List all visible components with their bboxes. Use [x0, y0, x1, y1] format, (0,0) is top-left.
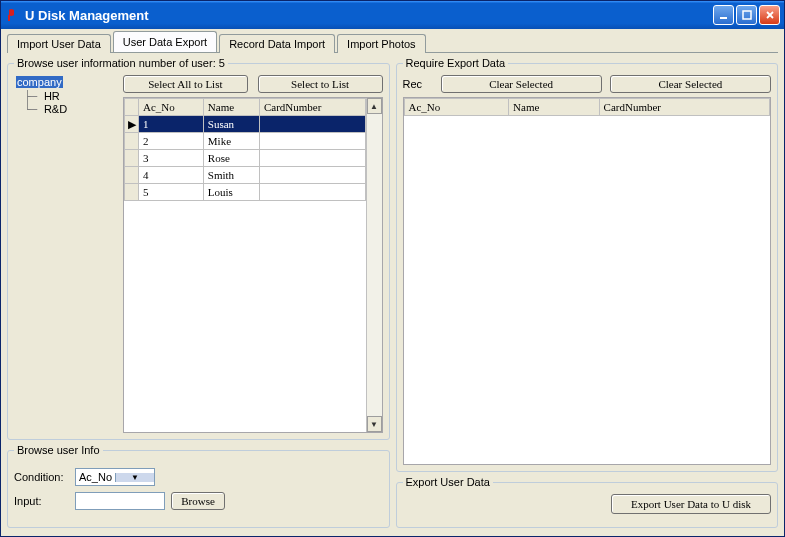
input-label: Input:	[14, 495, 69, 507]
table-row[interactable]: 2 Mike	[125, 133, 366, 150]
browse-user-info-group: Browse user Info Condition: Ac_No ▼ Inpu…	[7, 444, 390, 528]
tree-root[interactable]: company	[16, 75, 117, 90]
rec-label: Rec	[403, 78, 433, 90]
minimize-button[interactable]	[713, 5, 734, 25]
app-icon	[5, 7, 21, 23]
tab-record-data-import[interactable]: Record Data Import	[219, 34, 335, 53]
scroll-up-icon[interactable]: ▲	[367, 98, 382, 114]
row-header-corner	[125, 99, 139, 116]
clear-selected-button-2[interactable]: Clear Selected	[610, 75, 771, 93]
input-field[interactable]	[75, 492, 165, 510]
exp-col-cardnumber[interactable]: CardNumber	[599, 99, 769, 116]
table-row[interactable]: ▶ 1 Susan	[125, 116, 366, 133]
col-name[interactable]: Name	[203, 99, 259, 116]
chevron-down-icon[interactable]: ▼	[115, 473, 154, 482]
condition-combo[interactable]: Ac_No ▼	[75, 468, 155, 486]
require-export-legend: Require Export Data	[403, 57, 509, 69]
company-tree[interactable]: company ├─ HR └─ R&D	[14, 75, 119, 433]
select-all-to-list-button[interactable]: Select All to List	[123, 75, 248, 93]
browse-user-information-group: Browse user information number of user: …	[7, 57, 390, 440]
col-cardnumber[interactable]: CardNumber	[259, 99, 365, 116]
scroll-down-icon[interactable]: ▼	[367, 416, 382, 432]
browse-group-legend: Browse user information number of user: …	[14, 57, 228, 69]
select-to-list-button[interactable]: Select to List	[258, 75, 383, 93]
export-user-data-button[interactable]: Export User Data to U disk	[611, 494, 771, 514]
close-button[interactable]	[759, 5, 780, 25]
export-user-data-group: Export User Data Export User Data to U d…	[396, 476, 779, 528]
tree-item-hr[interactable]: ├─ HR	[24, 90, 117, 103]
grid-scrollbar[interactable]: ▲ ▼	[366, 98, 382, 432]
exp-col-name[interactable]: Name	[509, 99, 599, 116]
exp-col-acno[interactable]: Ac_No	[404, 99, 509, 116]
export-user-legend: Export User Data	[403, 476, 493, 488]
svg-rect-2	[743, 11, 751, 19]
require-export-data-group: Require Export Data Rec Clear Selected C…	[396, 57, 779, 472]
table-row[interactable]: 3 Rose	[125, 150, 366, 167]
clear-selected-button-1[interactable]: Clear Selected	[441, 75, 602, 93]
tab-import-user-data[interactable]: Import User Data	[7, 34, 111, 53]
svg-rect-0	[8, 15, 10, 21]
condition-label: Condition:	[14, 471, 69, 483]
export-grid[interactable]: Ac_No Name CardNumber	[403, 97, 772, 465]
row-indicator-icon: ▶	[125, 116, 139, 133]
table-row[interactable]: 4 Smith	[125, 167, 366, 184]
maximize-button[interactable]	[736, 5, 757, 25]
tree-item-rd[interactable]: └─ R&D	[24, 103, 117, 116]
titlebar: U Disk Management	[1, 1, 784, 29]
svg-rect-1	[720, 17, 727, 19]
tab-import-photos[interactable]: Import Photos	[337, 34, 425, 53]
user-grid[interactable]: Ac_No Name CardNumber ▶ 1 Susan	[123, 97, 383, 433]
tab-user-data-export[interactable]: User Data Export	[113, 31, 217, 52]
tab-strip: Import User Data User Data Export Record…	[7, 33, 778, 53]
browse-info-legend: Browse user Info	[14, 444, 103, 456]
browse-button[interactable]: Browse	[171, 492, 225, 510]
window-title: U Disk Management	[25, 8, 713, 23]
table-row[interactable]: 5 Louis	[125, 184, 366, 201]
col-acno[interactable]: Ac_No	[139, 99, 204, 116]
